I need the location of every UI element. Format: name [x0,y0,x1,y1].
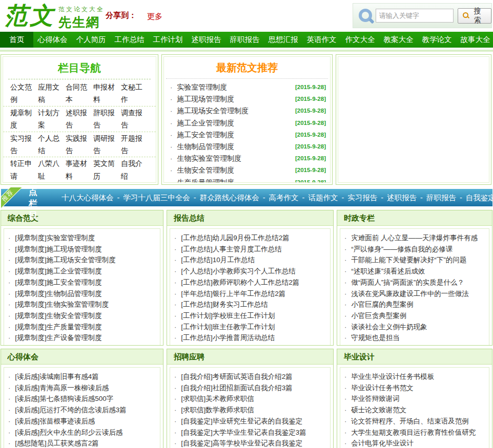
article-link[interactable]: [自我介绍]考研面试英语自我介绍2篇 [181,371,293,382]
nav-item-述职报告[interactable]: 述职报告 [187,32,225,48]
article-link[interactable]: [工作总结]小学推普周活动总结 [181,332,275,344]
hot-topic-link[interactable]: 述职报告 [387,194,417,202]
article-link[interactable]: 毕业设计任务书范文 [351,382,414,394]
article-link[interactable]: 干部能上能下关键要解决好“下”的问题 [351,254,466,266]
column-nav-link[interactable]: 文秘工作 [121,81,149,106]
article-link[interactable]: 大学生短期支教项目运行教育性价值研究 [351,427,476,438]
article-link[interactable]: [规章制度]生产质量管理制度 [15,322,102,333]
article-link[interactable]: [自我介绍]社团招新面试自我介绍3篇 [181,382,293,394]
latest-item-link[interactable]: 生物制品管理制度 [177,141,295,153]
article-link[interactable]: [规章制度]生物制品管理制度 [15,288,102,300]
column-nav-link[interactable]: 合同范本 [66,81,93,106]
article-link[interactable]: [感想随笔]员工获奖感言2篇 [15,438,99,448]
column-nav-link[interactable]: 辞职报告 [93,106,121,132]
article-link[interactable]: 做“两面人”搞“两面派”的实质是什么？ [351,277,464,288]
article-link[interactable]: [规章制度]生物安全管理制度 [15,310,102,322]
article-link[interactable]: [规章制度]施工现场管理制度 [15,244,102,255]
column-nav-link[interactable]: 实践报告 [66,132,93,157]
article-link[interactable]: [求职信]美术教师求职信 [181,393,254,404]
latest-item-link[interactable]: 生物实验室管理制度 [177,153,295,164]
hot-topic-link[interactable]: 高考作文 [269,194,299,202]
column-nav-link[interactable]: 开题报告 [121,132,149,157]
article-link[interactable]: [自我鉴定]高等学校毕业登记表自我鉴定 [181,438,302,448]
article-link[interactable]: “述职述廉”须看述后成效 [351,266,425,277]
search-button[interactable]: 搜索 [458,8,491,24]
column-nav-link[interactable]: 英文简历 [93,157,121,182]
column-nav-link[interactable]: 八荣八耻 [38,157,66,182]
article-link[interactable]: [规章制度]实验室管理制度 [15,232,95,244]
hot-topic-link[interactable]: 自我鉴定 [466,194,493,202]
article-link[interactable]: [规章制度]生产设备管理制度 [15,332,102,344]
article-link[interactable]: [规章制度]施工现场安全管理制度 [15,254,116,266]
article-link[interactable]: [读后感]第七条猎狗读后感500字 [15,393,113,404]
article-link[interactable]: [半年总结]银行上半年工作总结2篇 [181,288,285,300]
hot-topic-link[interactable]: 辞职报告 [426,194,456,202]
site-logo[interactable]: 范文 范文论文大全 先生網 [4,1,105,31]
column-nav-link[interactable]: 申报材料 [93,81,121,106]
article-link[interactable]: [规章制度]施工企业管理制度 [15,266,102,277]
column-nav-link[interactable]: 个人总结 [38,132,66,157]
article-link[interactable]: [读后感]烈火中永生的邱少云读后感 [15,427,122,438]
article-link[interactable]: [读后感]厄运打不垮的信念读后感3篇 [15,404,127,416]
article-link[interactable]: [个人总结]小学教师实习个人工作总结 [181,266,296,277]
hot-topic-link[interactable]: 十八大心得体会 [61,194,114,202]
article-link[interactable]: 守规矩也是担当 [351,332,400,344]
nav-item-辞职报告[interactable]: 辞职报告 [225,32,264,48]
hot-topic-link[interactable]: 学习十八届三中全会 [123,194,190,202]
article-link[interactable]: [工作总结]10月工作总结 [181,254,255,266]
article-link[interactable]: 会计电算化毕业设计 [351,438,414,448]
article-link[interactable]: [工作计划]班主任教学工作计划 [181,322,275,333]
article-link[interactable]: 浅谈在党风廉政建设工作中的一些做法 [351,288,469,300]
article-link[interactable]: [读后感]张苗根事迹读后感 [15,416,95,427]
article-link[interactable]: [工作计划]学校班主任工作计划 [181,310,275,322]
latest-item-link[interactable]: 施工现场安全管理制度 [177,105,295,117]
article-link[interactable]: [规章制度]施工安全管理制度 [15,277,102,288]
article-link[interactable]: 灾难面前 人心立显——天津爆炸事件有感 [351,232,478,244]
article-link[interactable]: 小官巨腐的典型案例 [351,299,414,310]
article-link[interactable]: [工作总结]幼儿园9月份工作总结2篇 [181,232,290,244]
latest-item-link[interactable]: 施工现场管理制度 [177,93,295,105]
hot-topic-link[interactable]: 实习报告 [347,194,377,202]
search-input[interactable] [376,9,454,23]
column-nav-link[interactable]: 自我介绍 [121,157,149,182]
article-link[interactable]: 谈谈社会主义倒牛奶现象 [351,322,427,333]
article-link[interactable]: 小官巨贪典型案例 [351,310,406,322]
nav-item-工作总结[interactable]: 工作总结 [110,32,149,48]
article-link[interactable]: [工作总结]教师评职称个人工作总结2篇 [181,277,299,288]
nav-item-作文大全[interactable]: 作文大全 [341,32,379,48]
hot-topic-link[interactable]: 话题作文 [308,194,338,202]
nav-item-工作计划[interactable]: 工作计划 [149,32,187,48]
latest-item-link[interactable]: 生物安全管理制度 [177,164,295,176]
column-nav-link[interactable]: 实习报告 [10,132,38,157]
article-link[interactable]: 毕业答辩致谢词 [351,393,400,404]
nav-item-教学论文[interactable]: 教学论文 [418,32,456,48]
article-link[interactable]: [读后感]青海高原一株柳读后感 [15,382,109,394]
nav-item-心得体会[interactable]: 心得体会 [33,32,72,48]
share-more-link[interactable]: 更多 [147,12,162,22]
column-nav-link[interactable]: 调研报告 [93,132,121,157]
nav-item-教案大全[interactable]: 教案大全 [379,32,418,48]
column-nav-link[interactable]: 调查报告 [121,106,149,132]
article-link[interactable]: [求职信]数学教师求职信 [181,404,254,416]
latest-item-link[interactable]: 施工安全管理制度 [177,129,295,141]
article-link[interactable]: 毕业生毕业设计任务书模板 [351,371,434,382]
nav-item-个人简历[interactable]: 个人简历 [72,32,110,48]
hot-topic-link[interactable]: 群众路线心得体会 [200,194,259,202]
column-nav-link[interactable]: 事迹材料 [66,157,93,182]
nav-item-首页[interactable]: 首页 [0,32,33,48]
column-nav-link[interactable]: 公文范例 [10,81,38,106]
nav-item-思想汇报[interactable]: 思想汇报 [264,32,302,48]
article-link[interactable]: 硕士论文致谢范文 [351,404,406,416]
latest-item-link[interactable]: 生产质量管理制度 [177,177,295,183]
article-link[interactable]: [自我鉴定]毕业研究生登记表的自我鉴定 [181,416,302,427]
article-link[interactable]: [工作总结]财务实习工作总结 [181,299,268,310]
latest-item-link[interactable]: 实验室管理制度 [177,81,295,93]
column-nav-link[interactable]: 应用文稿 [38,81,66,106]
column-nav-link[interactable]: 规章制度 [10,106,38,132]
article-link[interactable]: [自我鉴定]大学毕业生登记表自我鉴定3篇 [181,427,306,438]
article-link[interactable]: 论文答辩程序、开场白、结束语及范例 [351,416,469,427]
column-nav-link[interactable]: 计划方案 [38,106,66,132]
article-link[interactable]: [工作总结]人事主管月度工作总结 [181,244,282,255]
column-nav-link[interactable]: 述职报告 [66,106,93,132]
nav-item-故事大全[interactable]: 故事大全 [456,32,493,48]
